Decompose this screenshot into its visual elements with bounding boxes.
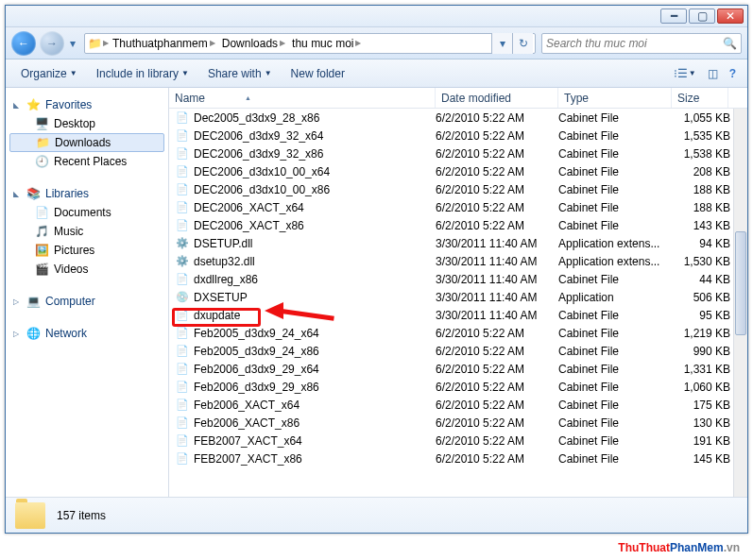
search-input[interactable]	[546, 37, 723, 50]
include-library-button[interactable]: Include in library ▼	[89, 64, 197, 83]
file-row[interactable]: 📄DEC2006_XACT_x646/2/2010 5:22 AMCabinet…	[169, 198, 747, 216]
file-row[interactable]: 💿DXSETUP3/30/2011 11:40 AMApplication506…	[169, 288, 747, 306]
network-label: Network	[45, 327, 87, 340]
nav-recent-places[interactable]: 🕘Recent Places	[6, 152, 168, 171]
downloads-icon: 📁	[35, 135, 50, 150]
file-row[interactable]: 📄Feb2006_XACT_x646/2/2010 5:22 AMCabinet…	[169, 396, 747, 414]
nav-downloads[interactable]: 📁Downloads	[9, 133, 164, 152]
search-box[interactable]: 🔍	[541, 33, 742, 54]
nav-pictures[interactable]: 🖼️Pictures	[6, 241, 168, 260]
toolbar: Organize ▼ Include in library ▼ Share wi…	[6, 59, 747, 88]
file-row[interactable]: 📄DEC2006_d3dx9_32_x866/2/2010 5:22 AMCab…	[169, 144, 747, 162]
nav-label: Recent Places	[54, 155, 127, 168]
nav-label: Music	[54, 225, 83, 238]
file-date: 6/2/2010 5:22 AM	[436, 147, 558, 161]
libraries-header[interactable]: ◣📚Libraries	[6, 184, 168, 203]
organize-button[interactable]: Organize ▼	[13, 64, 85, 83]
help-icon: ?	[729, 67, 736, 80]
file-type: Cabinet File	[558, 345, 672, 358]
nav-music[interactable]: 🎵Music	[6, 222, 168, 241]
breadcrumb-item[interactable]: Thuthuatphanmem ▶	[110, 34, 219, 53]
file-row[interactable]: 📄Feb2005_d3dx9_24_x646/2/2010 5:22 AMCab…	[169, 324, 747, 342]
file-type: Cabinet File	[558, 399, 672, 412]
chevron-right-icon: ▶	[209, 39, 216, 47]
file-row[interactable]: 📄Feb2006_d3dx9_29_x866/2/2010 5:22 AMCab…	[169, 378, 747, 396]
arrow-left-icon: ←	[18, 37, 29, 50]
file-row[interactable]: 📄dxupdate3/30/2011 11:40 AMCabinet File9…	[169, 306, 747, 324]
network-header[interactable]: ▷🌐Network	[6, 324, 168, 343]
breadcrumb-item[interactable]: thu muc moi ▶	[289, 34, 365, 53]
file-row[interactable]: 📄Feb2006_XACT_x866/2/2010 5:22 AMCabinet…	[169, 414, 747, 432]
back-button[interactable]: ←	[11, 31, 36, 56]
column-size[interactable]: Size	[672, 88, 728, 108]
file-name: FEB2007_XACT_x86	[194, 452, 302, 466]
file-type: Cabinet File	[558, 416, 672, 430]
column-type[interactable]: Type	[558, 88, 672, 108]
breadcrumb-item[interactable]: Downloads ▶	[219, 34, 289, 53]
new-folder-button[interactable]: New folder	[283, 64, 352, 83]
file-name: DEC2006_d3dx10_00_x86	[194, 183, 330, 196]
nav-label: Videos	[54, 263, 88, 276]
file-row[interactable]: 📄DEC2006_d3dx10_00_x866/2/2010 5:22 AMCa…	[169, 180, 747, 198]
file-row[interactable]: 📄DEC2006_d3dx10_00_x646/2/2010 5:22 AMCa…	[169, 162, 747, 180]
close-button[interactable]: ✕	[717, 8, 744, 24]
file-date: 6/2/2010 5:22 AM	[436, 363, 558, 376]
maximize-button[interactable]: ▢	[689, 8, 715, 24]
file-type: Cabinet File	[558, 452, 672, 466]
computer-header[interactable]: ▷💻Computer	[6, 292, 168, 311]
minimize-icon: ━	[671, 9, 677, 23]
nav-documents[interactable]: 📄Documents	[6, 203, 168, 222]
file-name: Feb2006_XACT_x86	[194, 416, 299, 430]
file-type: Cabinet File	[558, 129, 672, 143]
file-row[interactable]: 📄FEB2007_XACT_x866/2/2010 5:22 AMCabinet…	[169, 450, 747, 467]
address-dropdown[interactable]: ▾	[491, 33, 512, 54]
file-row[interactable]: 📄dxdllreg_x863/30/2011 11:40 AMCabinet F…	[169, 270, 747, 288]
preview-pane-button[interactable]: ◫	[704, 65, 722, 82]
vertical-scrollbar[interactable]	[733, 109, 747, 497]
file-type: Cabinet File	[558, 111, 672, 125]
file-date: 6/2/2010 5:22 AM	[436, 219, 558, 232]
file-row[interactable]: 📄FEB2007_XACT_x646/2/2010 5:22 AMCabinet…	[169, 432, 747, 450]
history-dropdown[interactable]: ▾	[68, 37, 77, 50]
file-list[interactable]: 📄Dec2005_d3dx9_28_x866/2/2010 5:22 AMCab…	[169, 109, 747, 497]
nav-videos[interactable]: 🎬Videos	[6, 260, 168, 279]
breadcrumb-bar[interactable]: 📁 ▶ Thuthuatphanmem ▶ Downloads ▶ thu mu…	[84, 33, 536, 54]
favorites-header[interactable]: ◣⭐Favorites	[6, 95, 168, 114]
file-icon: 📄	[175, 362, 190, 377]
explorer-window: ━ ▢ ✕ ← → ▾ 📁 ▶ Thuthuatphanmem ▶ Downlo…	[5, 5, 748, 534]
nav-desktop[interactable]: 🖥️Desktop	[6, 114, 168, 133]
file-row[interactable]: 📄DEC2006_XACT_x866/2/2010 5:22 AMCabinet…	[169, 216, 747, 234]
libraries-label: Libraries	[45, 187, 89, 200]
column-name[interactable]: Name ▲	[169, 88, 436, 108]
file-row[interactable]: ⚙️dsetup32.dll3/30/2011 11:40 AMApplicat…	[169, 252, 747, 270]
star-icon: ⭐	[26, 97, 41, 112]
breadcrumb-label: thu muc moi	[292, 37, 353, 50]
share-with-button[interactable]: Share with ▼	[200, 64, 280, 83]
file-icon: 💿	[175, 290, 190, 305]
column-headers: Name ▲ Date modified Type Size	[169, 88, 747, 109]
file-icon: 📄	[175, 398, 190, 413]
file-date: 6/2/2010 5:22 AM	[436, 111, 558, 125]
forward-button[interactable]: →	[40, 31, 64, 56]
file-row[interactable]: ⚙️DSETUP.dll3/30/2011 11:40 AMApplicatio…	[169, 234, 747, 252]
file-row[interactable]: 📄Dec2005_d3dx9_28_x866/2/2010 5:22 AMCab…	[169, 109, 747, 127]
network-icon: 🌐	[26, 326, 41, 341]
file-name: dsetup32.dll	[194, 255, 255, 268]
help-button[interactable]: ?	[726, 65, 740, 82]
scrollbar-thumb[interactable]	[735, 231, 746, 335]
file-type: Cabinet File	[558, 434, 672, 448]
refresh-button[interactable]: ↻	[512, 33, 533, 54]
navigation-pane: ◣⭐Favorites 🖥️Desktop 📁Downloads 🕘Recent…	[6, 88, 169, 497]
file-type: Cabinet File	[558, 165, 672, 178]
file-row[interactable]: 📄Feb2005_d3dx9_24_x866/2/2010 5:22 AMCab…	[169, 342, 747, 360]
file-icon: 📄	[175, 146, 190, 161]
file-row[interactable]: 📄Feb2006_d3dx9_29_x646/2/2010 5:22 AMCab…	[169, 360, 747, 378]
videos-icon: 🎬	[34, 262, 49, 277]
organize-label: Organize	[21, 67, 67, 80]
close-icon: ✕	[726, 9, 735, 23]
file-row[interactable]: 📄DEC2006_d3dx9_32_x646/2/2010 5:22 AMCab…	[169, 127, 747, 144]
computer-label: Computer	[45, 295, 95, 308]
column-date[interactable]: Date modified	[436, 88, 558, 108]
minimize-button[interactable]: ━	[660, 8, 687, 24]
view-options-button[interactable]: ⁝☰ ▼	[670, 65, 700, 82]
